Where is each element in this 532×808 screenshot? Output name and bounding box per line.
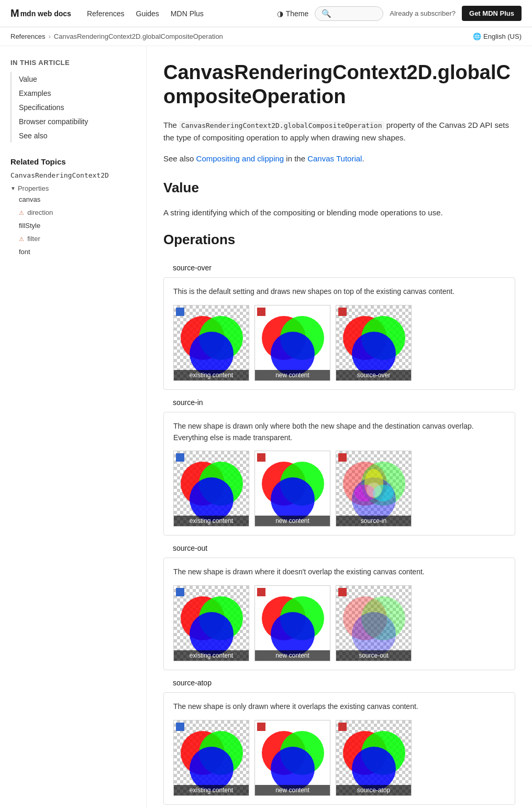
op-img-new-source-in: new content (254, 451, 330, 527)
subscriber-text: Already a subscriber? (390, 9, 456, 17)
operation-source-out: source-out The new shape is drawn where … (163, 539, 515, 670)
theme-icon: ◑ (277, 9, 283, 18)
intro-text-1: The (163, 121, 179, 129)
canvas-existing-source-over: existing content (173, 305, 249, 381)
svg-point-14 (271, 477, 315, 521)
related-items-list: canvas ⚠ direction fillStyle ⚠ filter fo… (10, 192, 136, 258)
canvas-tutorial-link[interactable]: Canvas Tutorial (307, 154, 362, 163)
toc-link-specifications[interactable]: Specifications (19, 103, 64, 112)
breadcrumb-separator: › (48, 32, 50, 40)
op-img-result-source-atop: source-atop (336, 720, 412, 796)
deprecated-icon-filter: ⚠ (19, 236, 24, 242)
logo-text: mdn web docs (20, 9, 71, 18)
operation-source-atop: source-atop The new shape is only drawn … (163, 673, 515, 805)
mdn-logo[interactable]: M mdn web docs (10, 7, 71, 19)
top-navigation: M mdn web docs References Guides MDN Plu… (0, 0, 532, 27)
op-img-new-source-over: new content (254, 305, 330, 381)
toc-link-examples[interactable]: Examples (19, 89, 51, 97)
lang-label: English (US) (483, 32, 522, 40)
related-topics-title: Related Topics (10, 157, 136, 166)
op-desc-source-out: The new shape is drawn where it doesn't … (173, 566, 505, 578)
nav-references[interactable]: References (87, 9, 125, 18)
inline-code-property: CanvasRenderingContext2D.globalComposite… (179, 121, 384, 130)
op-label-existing-source-atop: existing content (174, 785, 249, 795)
toc-link-value[interactable]: Value (19, 75, 37, 83)
nav-right: ◑ Theme 🔍 Already a subscriber? Get MDN … (277, 6, 522, 21)
nav-guides[interactable]: Guides (136, 9, 159, 18)
svg-point-27 (271, 612, 315, 656)
canvas-result-source-atop: source-atop (336, 720, 412, 796)
toc-item-specifications[interactable]: Specifications (19, 100, 136, 114)
breadcrumb-current: CanvasRenderingContext2D.globalComposite… (54, 32, 223, 40)
op-desc-source-atop: The new shape is only drawn where it ove… (173, 701, 505, 713)
nav-links: References Guides MDN Plus (87, 9, 277, 18)
op-images-source-atop: existing content new content (173, 720, 505, 796)
op-name-source-over: source-over (163, 258, 515, 277)
related-group-label[interactable]: ▼ Properties (10, 184, 136, 192)
get-mdn-button[interactable]: Get MDN Plus (462, 6, 522, 21)
op-img-result-source-out: source-out (336, 585, 412, 661)
op-label-existing-source-out: existing content (174, 650, 249, 661)
sidebar: In this article Value Examples Specifica… (0, 46, 147, 808)
op-images-source-out: existing content new content (173, 585, 505, 661)
theme-label: Theme (286, 9, 309, 18)
op-img-existing-source-out: existing content (173, 585, 249, 661)
intro-paragraph: The CanvasRenderingContext2D.globalCompo… (163, 119, 515, 144)
deprecated-icon-direction: ⚠ (19, 210, 24, 216)
operation-source-over: source-over This is the default setting … (163, 258, 515, 390)
see-also-paragraph: See also Compositing and clipping in the… (163, 152, 515, 165)
nav-mdnplus[interactable]: MDN Plus (171, 9, 204, 18)
breadcrumb: References › CanvasRenderingContext2D.gl… (0, 27, 532, 46)
op-label-new-source-out: new content (255, 650, 330, 661)
toc-item-examples[interactable]: Examples (19, 86, 136, 100)
search-input[interactable] (335, 9, 376, 17)
breadcrumb-parent[interactable]: References (10, 32, 45, 40)
related-item-fillstyle[interactable]: fillStyle (19, 219, 136, 232)
op-label-result-source-over: source-over (336, 370, 411, 380)
toc-item-see-also[interactable]: See also (19, 128, 136, 143)
related-item-canvas[interactable]: canvas (19, 192, 136, 205)
theme-button[interactable]: ◑ Theme (277, 9, 309, 18)
toc-link-see-also[interactable]: See also (19, 132, 47, 140)
svg-point-33 (190, 747, 234, 791)
canvas-result-source-out: source-out (336, 585, 412, 661)
page-title: CanvasRenderingContext2D.globalComposite… (163, 61, 515, 108)
toc-item-value[interactable]: Value (19, 72, 136, 86)
op-desc-source-in: The new shape is drawn only where both t… (173, 421, 505, 443)
logo-m-icon: M (10, 7, 19, 19)
see-also-mid: in the (284, 154, 307, 163)
op-img-existing-source-over: existing content (173, 305, 249, 381)
related-class-name[interactable]: CanvasRenderingContext2D (10, 171, 136, 179)
svg-point-24 (190, 612, 234, 656)
operations-box-source-out: The new shape is drawn where it doesn't … (163, 558, 515, 670)
toc-link-browser-compat[interactable]: Browser compatibility (19, 117, 88, 126)
svg-point-11 (190, 477, 234, 521)
canvas-new-source-atop: new content (254, 720, 330, 796)
op-label-existing-source-in: existing content (174, 516, 249, 526)
op-label-new-source-in: new content (255, 516, 330, 526)
toc-title: In this article (10, 59, 136, 67)
compositing-clipping-link[interactable]: Compositing and clipping (196, 154, 284, 163)
related-item-direction[interactable]: ⚠ direction (19, 205, 136, 219)
value-section-text: A string identifying which of the compos… (163, 206, 515, 219)
svg-point-8 (352, 332, 396, 376)
related-item-font[interactable]: font (19, 245, 136, 258)
op-name-source-out: source-out (163, 539, 515, 558)
search-box[interactable]: 🔍 (315, 6, 383, 21)
language-selector[interactable]: 🌐 English (US) (473, 32, 522, 40)
op-img-new-source-out: new content (254, 585, 330, 661)
toc-item-browser-compat[interactable]: Browser compatibility (19, 114, 136, 128)
canvas-result-source-in: source-in (336, 451, 412, 527)
operations-box-source-atop: The new shape is only drawn where it ove… (163, 692, 515, 805)
svg-point-21 (367, 483, 381, 497)
related-item-filter[interactable]: ⚠ filter (19, 232, 136, 245)
operations-box-source-in: The new shape is drawn only where both t… (163, 412, 515, 536)
svg-point-2 (190, 332, 234, 376)
op-img-new-source-atop: new content (254, 720, 330, 796)
op-images-source-over: existing content new content (173, 305, 505, 381)
toc-list: Value Examples Specifications Browser co… (10, 72, 136, 143)
op-desc-source-over: This is the default setting and draws ne… (173, 286, 505, 298)
value-section-title: Value (163, 180, 515, 199)
operation-source-in: source-in The new shape is drawn only wh… (163, 393, 515, 536)
operations-section-title: Operations (163, 232, 515, 251)
